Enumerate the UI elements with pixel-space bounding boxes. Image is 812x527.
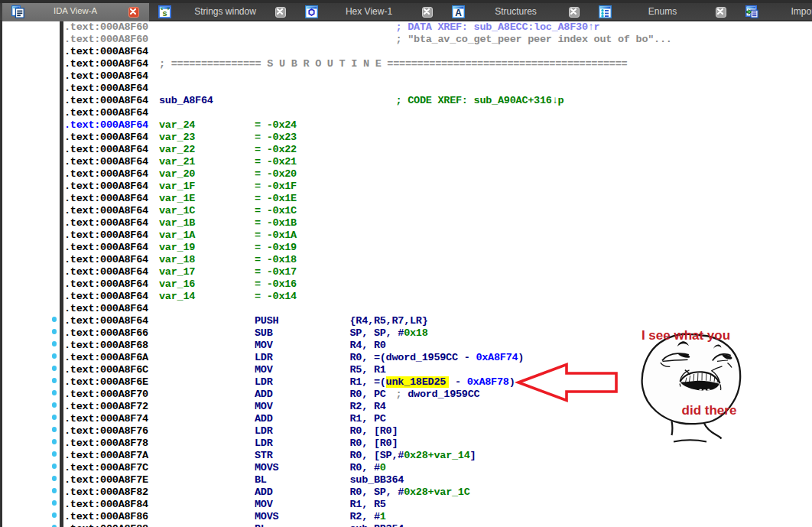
svg-text:did there: did there bbox=[682, 403, 737, 418]
svg-text:I see what you: I see what you bbox=[641, 328, 730, 343]
